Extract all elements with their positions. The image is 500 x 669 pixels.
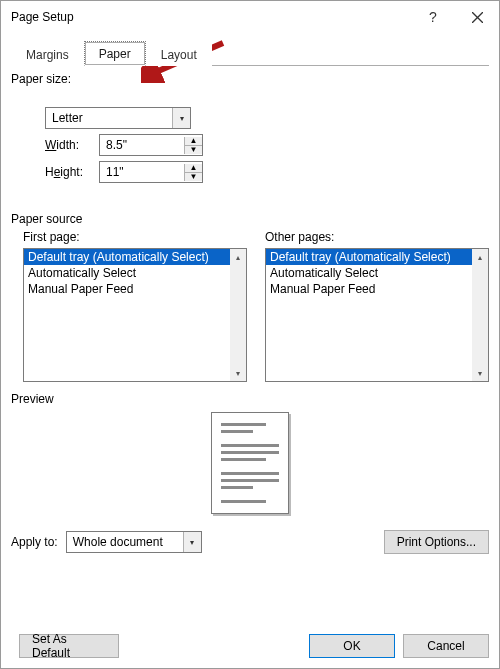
window-title: Page Setup — [11, 10, 411, 24]
paper-size-value: Letter — [52, 111, 83, 125]
other-pages-column: Other pages: Default tray (Automatically… — [265, 230, 489, 382]
other-pages-listbox[interactable]: Default tray (Automatically Select) Auto… — [265, 248, 489, 382]
spinner-down-icon[interactable]: ▼ — [185, 146, 202, 154]
list-item[interactable]: Manual Paper Feed — [266, 281, 472, 297]
ok-button[interactable]: OK — [309, 634, 395, 658]
height-spinner[interactable]: 11" ▲ ▼ — [99, 161, 203, 183]
tabstrip: Margins Paper Layout — [11, 39, 489, 66]
preview-group: Preview — [11, 392, 489, 514]
paper-size-combo[interactable]: Letter ▾ — [45, 107, 191, 129]
scrollbar[interactable]: ▴ ▾ — [230, 249, 246, 381]
spinner-down-icon[interactable]: ▼ — [185, 173, 202, 181]
width-spinner[interactable]: 8.5" ▲ ▼ — [99, 134, 203, 156]
footer: Set As Default OK Cancel — [11, 634, 489, 658]
height-label: Height: — [45, 165, 93, 179]
dialog-body: Margins Paper Layout Paper size: Letter … — [1, 33, 499, 564]
cancel-button[interactable]: Cancel — [403, 634, 489, 658]
close-icon — [472, 12, 483, 23]
scrollbar[interactable]: ▴ ▾ — [472, 249, 488, 381]
scroll-up-icon[interactable]: ▴ — [230, 249, 246, 265]
page-preview — [211, 412, 289, 514]
height-value: 11" — [106, 165, 184, 179]
set-as-default-button[interactable]: Set As Default — [19, 634, 119, 658]
list-item[interactable]: Automatically Select — [266, 265, 472, 281]
other-pages-label: Other pages: — [265, 230, 489, 244]
apply-to-combo[interactable]: Whole document ▾ — [66, 531, 202, 553]
paper-source-label: Paper source — [11, 212, 489, 226]
width-label: Width: — [45, 138, 93, 152]
list-item[interactable]: Automatically Select — [24, 265, 230, 281]
chevron-down-icon: ▾ — [183, 532, 201, 552]
apply-to-row: Apply to: Whole document ▾ Print Options… — [11, 530, 489, 554]
paper-size-group: Paper size: Letter ▾ Width: 8.5" ▲ ▼ — [11, 72, 489, 202]
paper-source-group: Paper source First page: Default tray (A… — [11, 212, 489, 382]
close-button[interactable] — [455, 2, 499, 32]
paper-size-label: Paper size: — [11, 72, 489, 86]
titlebar: Page Setup ? — [1, 1, 499, 33]
list-item[interactable]: Manual Paper Feed — [24, 281, 230, 297]
apply-to-label: Apply to: — [11, 535, 58, 549]
chevron-down-icon: ▾ — [172, 108, 190, 128]
preview-label: Preview — [11, 392, 489, 406]
tab-paper[interactable]: Paper — [84, 41, 146, 66]
scroll-down-icon[interactable]: ▾ — [472, 365, 488, 381]
first-page-column: First page: Default tray (Automatically … — [23, 230, 247, 382]
scroll-down-icon[interactable]: ▾ — [230, 365, 246, 381]
first-page-listbox[interactable]: Default tray (Automatically Select) Auto… — [23, 248, 247, 382]
width-value: 8.5" — [106, 138, 184, 152]
help-button[interactable]: ? — [411, 2, 455, 32]
list-item[interactable]: Default tray (Automatically Select) — [266, 249, 472, 265]
tab-margins[interactable]: Margins — [11, 42, 84, 66]
scroll-up-icon[interactable]: ▴ — [472, 249, 488, 265]
print-options-button[interactable]: Print Options... — [384, 530, 489, 554]
first-page-label: First page: — [23, 230, 247, 244]
tab-layout[interactable]: Layout — [146, 42, 212, 66]
list-item[interactable]: Default tray (Automatically Select) — [24, 249, 230, 265]
apply-to-value: Whole document — [73, 535, 163, 549]
page-setup-dialog: Page Setup ? Margins Paper Layout Paper … — [0, 0, 500, 669]
